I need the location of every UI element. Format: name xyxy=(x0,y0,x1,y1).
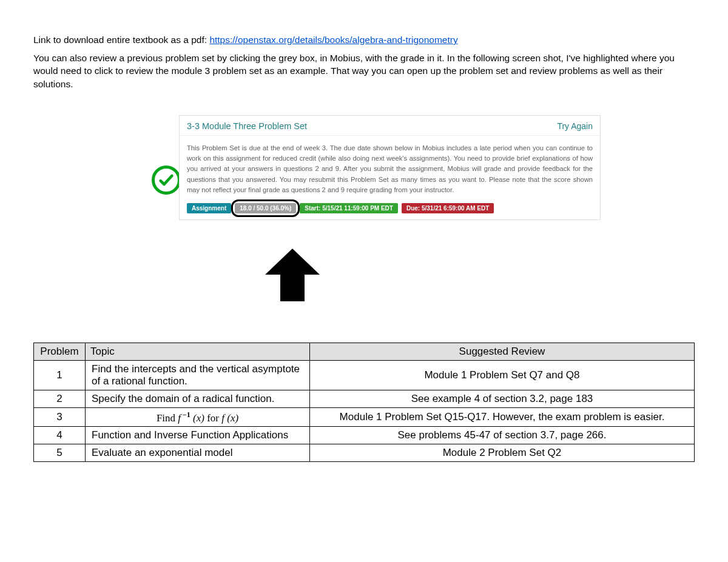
table-row: 3 Find f −1 (x) for f (x) Module 1 Probl… xyxy=(34,407,695,427)
cell-problem: 3 xyxy=(34,407,86,427)
table-row: 2 Specify the domain of a radical functi… xyxy=(34,390,695,407)
cell-review: Module 1 Problem Set Q7 and Q8 xyxy=(310,360,695,390)
textbook-link[interactable]: https://openstax.org/details/books/algeb… xyxy=(209,35,457,45)
cell-review: Module 1 Problem Set Q15-Q17. However, t… xyxy=(310,407,695,427)
cell-topic: Evaluate an exponential model xyxy=(86,444,310,462)
intro-line-2: You can also review a previous problem s… xyxy=(33,52,695,91)
due-date-badge: Due: 5/31/21 6:59:00 AM EDT xyxy=(402,203,494,213)
cell-problem: 2 xyxy=(34,390,86,407)
score-badge[interactable]: 18.0 / 50.0 (36.0%) xyxy=(235,203,296,213)
th-review: Suggested Review xyxy=(310,343,695,360)
assignment-badge: Assignment xyxy=(187,203,231,213)
table-row: 4 Function and Inverse Function Applicat… xyxy=(34,427,695,444)
cell-problem: 1 xyxy=(34,360,86,390)
cell-review: Module 2 Problem Set Q2 xyxy=(310,444,695,462)
table-row: 5 Evaluate an exponential model Module 2… xyxy=(34,444,695,462)
cell-problem: 4 xyxy=(34,427,86,444)
problem-set-card: 3-3 Module Three Problem Set Try Again T… xyxy=(179,115,601,220)
cell-topic: Function and Inverse Function Applicatio… xyxy=(86,427,310,444)
intro-prefix: Link to download entire textbook as a pd… xyxy=(33,35,209,45)
screenshot-illustration: 3-3 Module Three Problem Set Try Again T… xyxy=(33,115,695,315)
try-again-link[interactable]: Try Again xyxy=(557,121,593,131)
cell-topic: Find the intercepts and the vertical asy… xyxy=(86,360,310,390)
cell-review: See problems 45-47 of section 3.7, page … xyxy=(310,427,695,444)
problems-table: Problem Topic Suggested Review 1 Find th… xyxy=(33,343,695,463)
card-pill-row: Assignment 18.0 / 50.0 (36.0%) Start: 5/… xyxy=(180,203,600,219)
table-row: 1 Find the intercepts and the vertical a… xyxy=(34,360,695,390)
up-arrow-icon xyxy=(259,246,326,306)
start-date-badge: Start: 5/15/21 11:59:00 PM EDT xyxy=(300,203,398,213)
th-problem: Problem xyxy=(34,343,86,360)
card-description: This Problem Set is due at the end of we… xyxy=(180,136,600,203)
cell-topic: Find f −1 (x) for f (x) xyxy=(86,407,310,427)
card-title[interactable]: 3-3 Module Three Problem Set xyxy=(187,121,307,131)
svg-marker-0 xyxy=(265,249,320,301)
cell-review: See example 4 of section 3.2, page 183 xyxy=(310,390,695,407)
cell-topic: Specify the domain of a radical function… xyxy=(86,390,310,407)
math-expression: Find f −1 (x) for f (x) xyxy=(92,410,303,424)
score-text: 18.0 / 50.0 (36.0%) xyxy=(240,205,291,212)
th-topic: Topic xyxy=(86,343,310,360)
checkmark-circle-icon xyxy=(152,166,181,195)
intro-line-1: Link to download entire textbook as a pd… xyxy=(33,33,695,47)
cell-problem: 5 xyxy=(34,444,86,462)
